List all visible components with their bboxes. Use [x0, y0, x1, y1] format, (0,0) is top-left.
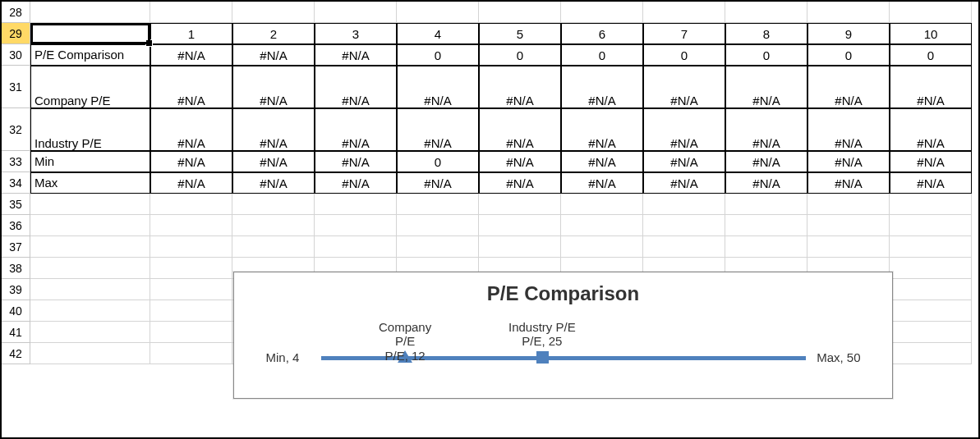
data-cell[interactable]: #N/A	[315, 44, 397, 66]
row-label-cell[interactable]: Max	[30, 172, 150, 194]
data-cell[interactable]: #N/A	[315, 66, 397, 108]
data-cell[interactable]: #N/A	[725, 151, 807, 172]
data-cell[interactable]: #N/A	[479, 108, 561, 151]
cell[interactable]	[232, 215, 315, 236]
cell[interactable]	[150, 2, 232, 23]
data-cell[interactable]: #N/A	[725, 108, 807, 151]
row-header[interactable]: 40	[2, 300, 30, 322]
col-header-cell[interactable]: 4	[397, 23, 479, 44]
cell[interactable]	[30, 236, 150, 258]
row-header[interactable]: 32	[2, 108, 30, 151]
col-header-cell[interactable]: 8	[725, 23, 807, 44]
data-cell[interactable]: #N/A	[725, 172, 807, 194]
cell[interactable]	[890, 279, 972, 300]
data-cell[interactable]: #N/A	[561, 108, 643, 151]
cell[interactable]	[479, 194, 561, 215]
cell[interactable]	[561, 2, 643, 23]
cell[interactable]	[232, 194, 315, 215]
row-header[interactable]: 35	[2, 194, 30, 215]
cell[interactable]	[890, 215, 972, 236]
row-header[interactable]: 28	[2, 2, 30, 23]
row-header[interactable]: 29	[2, 23, 30, 44]
data-cell[interactable]: #N/A	[890, 172, 972, 194]
row-header[interactable]: 38	[2, 258, 30, 279]
data-cell[interactable]: #N/A	[150, 66, 232, 108]
cell[interactable]	[890, 343, 972, 364]
data-cell[interactable]: #N/A	[232, 44, 315, 66]
row-label-cell[interactable]: P/E Comparison	[30, 44, 150, 66]
cell[interactable]	[150, 322, 232, 343]
cell[interactable]	[30, 258, 150, 279]
cell[interactable]	[30, 279, 150, 300]
cell[interactable]	[725, 194, 807, 215]
data-cell[interactable]: #N/A	[232, 66, 315, 108]
data-cell[interactable]: 0	[561, 44, 643, 66]
data-cell[interactable]: #N/A	[561, 151, 643, 172]
data-cell[interactable]: #N/A	[890, 151, 972, 172]
data-cell[interactable]: #N/A	[725, 66, 807, 108]
cell[interactable]	[30, 322, 150, 343]
cell[interactable]	[30, 343, 150, 364]
data-cell[interactable]: #N/A	[643, 108, 725, 151]
cell[interactable]	[725, 236, 807, 258]
data-cell[interactable]: #N/A	[643, 151, 725, 172]
col-header-cell[interactable]: 10	[890, 23, 972, 44]
cell[interactable]	[807, 2, 890, 23]
cell[interactable]	[890, 258, 972, 279]
cell[interactable]	[315, 2, 397, 23]
data-cell[interactable]: #N/A	[397, 172, 479, 194]
cell[interactable]	[479, 2, 561, 23]
col-header-cell[interactable]: 7	[643, 23, 725, 44]
data-cell[interactable]: #N/A	[397, 66, 479, 108]
data-cell[interactable]: 0	[397, 151, 479, 172]
data-cell[interactable]: 0	[807, 44, 890, 66]
cell[interactable]	[30, 300, 150, 322]
cell[interactable]	[890, 300, 972, 322]
cell[interactable]	[561, 236, 643, 258]
cell[interactable]	[232, 2, 315, 23]
cell[interactable]	[397, 236, 479, 258]
row-header[interactable]: 36	[2, 215, 30, 236]
cell[interactable]	[30, 194, 150, 215]
data-cell[interactable]: #N/A	[397, 108, 479, 151]
data-cell[interactable]: 0	[890, 44, 972, 66]
row-label-cell[interactable]: Industry P/E	[30, 108, 150, 151]
row-header[interactable]: 39	[2, 279, 30, 300]
data-cell[interactable]: #N/A	[150, 108, 232, 151]
active-cell[interactable]	[30, 23, 150, 44]
cell[interactable]	[643, 2, 725, 23]
cell[interactable]	[315, 236, 397, 258]
cell[interactable]	[232, 236, 315, 258]
data-cell[interactable]: #N/A	[807, 66, 890, 108]
cell[interactable]	[807, 236, 890, 258]
data-cell[interactable]: 0	[725, 44, 807, 66]
cell[interactable]	[150, 215, 232, 236]
cell[interactable]	[397, 194, 479, 215]
chart-container[interactable]: P/E Comparison Min, 4 Max, 50 Company P/…	[233, 272, 893, 399]
data-cell[interactable]: 0	[643, 44, 725, 66]
data-cell[interactable]: #N/A	[561, 172, 643, 194]
data-cell[interactable]: #N/A	[315, 108, 397, 151]
col-header-cell[interactable]: 9	[807, 23, 890, 44]
cell[interactable]	[150, 300, 232, 322]
data-cell[interactable]: #N/A	[315, 172, 397, 194]
row-header[interactable]: 41	[2, 322, 30, 343]
data-cell[interactable]: #N/A	[232, 108, 315, 151]
cell[interactable]	[643, 194, 725, 215]
cell[interactable]	[725, 215, 807, 236]
cell[interactable]	[150, 194, 232, 215]
col-header-cell[interactable]: 1	[150, 23, 232, 44]
cell[interactable]	[643, 215, 725, 236]
cell[interactable]	[30, 215, 150, 236]
data-cell[interactable]: #N/A	[232, 151, 315, 172]
row-header[interactable]: 34	[2, 172, 30, 194]
cell[interactable]	[479, 215, 561, 236]
cell[interactable]	[890, 194, 972, 215]
data-cell[interactable]: #N/A	[479, 151, 561, 172]
row-header[interactable]: 33	[2, 151, 30, 172]
row-label-cell[interactable]: Min	[30, 151, 150, 172]
cell[interactable]	[30, 2, 150, 23]
cell[interactable]	[561, 194, 643, 215]
row-header[interactable]: 42	[2, 343, 30, 364]
cell[interactable]	[807, 194, 890, 215]
